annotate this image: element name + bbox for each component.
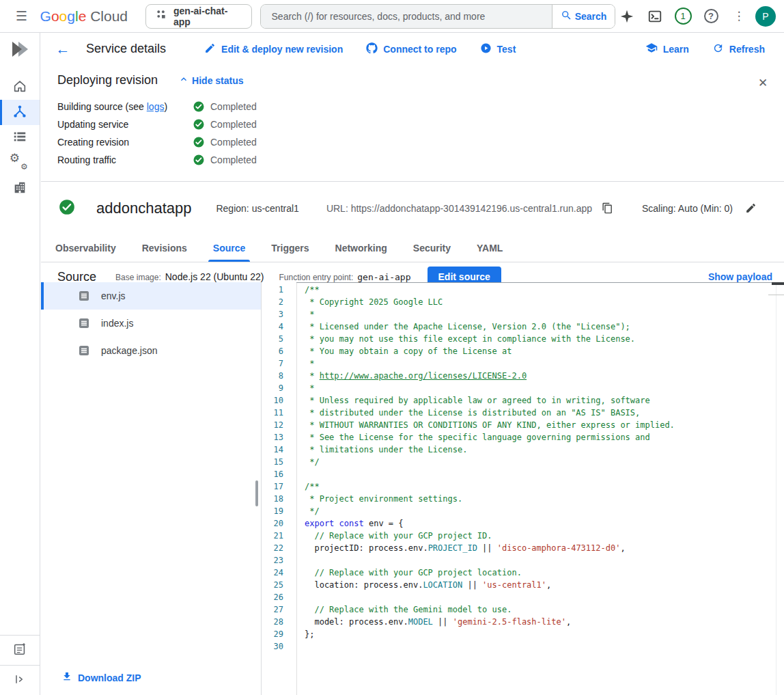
- service-tabs: ObservabilityRevisionsSourceTriggersNetw…: [41, 234, 784, 262]
- code-line: 1/**: [262, 284, 776, 296]
- line-number: 29: [262, 628, 296, 640]
- github-icon: [366, 42, 378, 56]
- menu-icon[interactable]: ☰: [8, 3, 35, 30]
- line-number: 30: [262, 640, 296, 653]
- line-number: 17: [262, 480, 296, 493]
- user-avatar[interactable]: P: [755, 6, 776, 27]
- tab-triggers[interactable]: Triggers: [258, 234, 322, 262]
- code-line: 17/**: [262, 480, 776, 493]
- tab-revisions[interactable]: Revisions: [129, 234, 200, 262]
- code-line: 16: [262, 468, 776, 480]
- download-zip-button[interactable]: Download ZIP: [61, 671, 141, 684]
- release-notes-button[interactable]: [0, 635, 40, 665]
- line-content: location: process.env.LOCATION || 'us-ce…: [296, 579, 551, 591]
- line-content: */: [296, 456, 320, 468]
- line-content: [296, 554, 305, 567]
- line-content: * you may not use this file except in co…: [296, 333, 635, 345]
- line-number: 12: [262, 419, 296, 431]
- line-content: * Unless required by applicable law or a…: [296, 394, 650, 407]
- notifications-badge[interactable]: 1: [671, 5, 695, 28]
- logo-cloud-text: Cloud: [86, 8, 128, 24]
- file-panel-scrollbar[interactable]: [255, 480, 258, 506]
- connect-repo-button[interactable]: Connect to repo: [366, 42, 456, 56]
- rail-item-integrations[interactable]: ⚙⚙: [0, 150, 40, 176]
- copy-url-button[interactable]: [602, 202, 613, 214]
- edit-scaling-button[interactable]: [745, 202, 757, 214]
- rail-item-organization[interactable]: [0, 176, 40, 201]
- tab-yaml[interactable]: YAML: [464, 234, 516, 262]
- line-content: *: [296, 382, 314, 394]
- logs-link[interactable]: logs: [147, 101, 165, 112]
- close-icon[interactable]: ✕: [755, 74, 771, 91]
- deploy-status-panel: Deploying revision Hide status ✕ Buildin…: [41, 65, 784, 182]
- learn-button[interactable]: Learn: [645, 42, 689, 56]
- play-circle-icon: [480, 42, 492, 56]
- line-number: 27: [262, 603, 296, 616]
- cloud-shell-icon[interactable]: [643, 5, 667, 28]
- back-button[interactable]: ←: [55, 41, 71, 57]
- more-options-icon[interactable]: ⋮: [727, 5, 751, 28]
- rail-item-revisions[interactable]: [0, 125, 40, 150]
- project-selector[interactable]: gen-ai-chat-app: [145, 4, 252, 29]
- status-row: Creating revisionCompleted: [57, 133, 784, 151]
- status-text: Completed: [210, 119, 257, 130]
- search-button[interactable]: Search: [552, 5, 615, 28]
- line-content: * distributed under the License is distr…: [296, 407, 640, 419]
- refresh-button[interactable]: Refresh: [712, 42, 765, 56]
- code-line: 28 model: process.env.MODEL || 'gemini-2…: [262, 616, 776, 628]
- line-number: 20: [262, 517, 296, 530]
- service-region: Region: us-central1: [216, 203, 298, 214]
- line-number: 8: [262, 370, 296, 382]
- hide-status-toggle[interactable]: Hide status: [178, 74, 243, 87]
- tab-security[interactable]: Security: [400, 234, 464, 262]
- file-item-env.js[interactable]: env.js: [41, 282, 261, 310]
- services-icon: [12, 104, 27, 122]
- code-lines: 1/**2 * Copyright 2025 Google LLC3 *4 * …: [262, 284, 776, 653]
- download-icon: [61, 671, 72, 684]
- tab-networking[interactable]: Networking: [322, 234, 400, 262]
- gemini-sparkle-icon[interactable]: [615, 5, 639, 28]
- rail-item-home[interactable]: [0, 74, 40, 100]
- code-editor[interactable]: 1/**2 * Copyright 2025 Google LLC3 *4 * …: [261, 282, 784, 695]
- top-bar: ☰ Google Cloud gen-ai-chat-app Search 1 …: [0, 0, 784, 33]
- file-icon: [79, 318, 89, 329]
- status-text: Completed: [210, 154, 257, 165]
- code-line: 3 *: [262, 308, 776, 321]
- line-content: // Replace with your GCP project locatio…: [296, 567, 522, 579]
- code-line: 21 // Replace with your GCP project ID.: [262, 530, 776, 542]
- code-line: 2 * Copyright 2025 Google LLC: [262, 296, 776, 308]
- code-line: 22 projectID: process.env.PROJECT_ID || …: [262, 542, 776, 554]
- status-row: Routing trafficCompleted: [57, 151, 784, 169]
- file-item-package.json[interactable]: package.json: [41, 337, 261, 364]
- download-zip-label: Download ZIP: [78, 672, 141, 683]
- edit-deploy-button[interactable]: Edit & deploy new revision: [204, 42, 343, 56]
- file-item-index.js[interactable]: index.js: [41, 310, 261, 337]
- expand-rail-button[interactable]: [0, 665, 40, 695]
- search-input[interactable]: [261, 5, 552, 28]
- check-circle-icon: [193, 118, 205, 131]
- code-line: 19 */: [262, 505, 776, 517]
- line-content: *: [296, 357, 314, 370]
- google-cloud-logo: Google Cloud: [40, 8, 128, 25]
- code-line: 8 * http://www.apache.org/licenses/LICEN…: [262, 370, 776, 382]
- status-value: Completed: [193, 100, 257, 113]
- status-text: Completed: [210, 101, 257, 112]
- code-line: 18 * Project environment settings.: [262, 493, 776, 505]
- status-value: Completed: [193, 136, 257, 148]
- file-panel: env.jsindex.jspackage.json Download ZIP: [41, 282, 261, 695]
- search-box: Search: [260, 4, 615, 29]
- check-circle-icon: [193, 154, 205, 166]
- test-label: Test: [497, 44, 516, 55]
- help-icon[interactable]: ?: [699, 5, 723, 28]
- test-button[interactable]: Test: [480, 42, 516, 56]
- code-line: 15 */: [262, 456, 776, 468]
- edit-deploy-label: Edit & deploy new revision: [221, 44, 343, 55]
- tab-observability[interactable]: Observability: [42, 234, 129, 262]
- service-url: URL: https://addonchatapp-301439142196.u…: [326, 203, 592, 214]
- show-payload-link[interactable]: Show payload: [708, 271, 772, 282]
- line-number: 11: [262, 407, 296, 419]
- line-number: 21: [262, 530, 296, 542]
- tab-source[interactable]: Source: [200, 234, 258, 262]
- rail-item-services[interactable]: [0, 100, 40, 125]
- line-number: 13: [262, 431, 296, 444]
